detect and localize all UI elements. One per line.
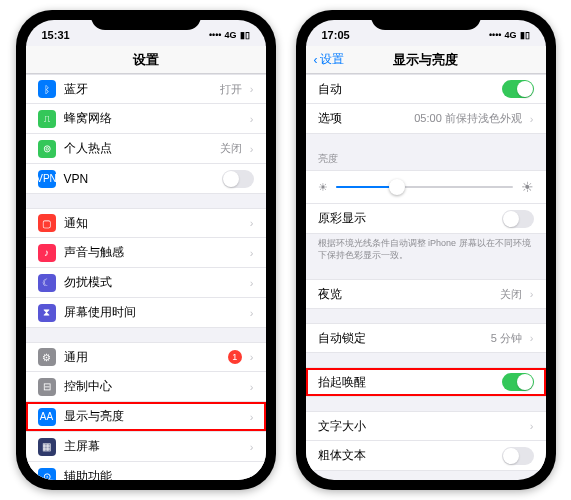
settings-cell-dnd[interactable]: ☾勿扰模式› bbox=[26, 268, 266, 298]
nav-title: 设置 bbox=[133, 51, 159, 69]
cell-value: 关闭 bbox=[500, 287, 522, 302]
toggle[interactable] bbox=[502, 373, 534, 391]
brightness-slider[interactable] bbox=[336, 186, 513, 188]
cell-label: 显示与亮度 bbox=[64, 408, 242, 425]
nav-bar: ‹ 设置 显示与亮度 bbox=[306, 46, 546, 74]
notification-icon: ▢ bbox=[38, 214, 56, 232]
chevron-right-icon: › bbox=[250, 143, 254, 155]
settings-group: ᛒ蓝牙打开›⎍蜂窝网络›⊚个人热点关闭›VPNVPN bbox=[26, 74, 266, 194]
settings-cell-home[interactable]: ▦主屏幕› bbox=[26, 432, 266, 462]
chevron-right-icon: › bbox=[530, 113, 534, 125]
chevron-right-icon: › bbox=[250, 217, 254, 229]
signal-icon: •••• bbox=[489, 30, 502, 40]
cell-g4-0[interactable]: 自动锁定5 分钟› bbox=[306, 323, 546, 353]
bluetooth-icon: ᛒ bbox=[38, 80, 56, 98]
settings-cell-sound[interactable]: ♪声音与触感› bbox=[26, 238, 266, 268]
brightness-header: 亮度 bbox=[306, 148, 546, 170]
settings-cell-general[interactable]: ⚙通用1› bbox=[26, 342, 266, 372]
cell-label: 自动 bbox=[318, 81, 494, 98]
chevron-right-icon: › bbox=[250, 83, 254, 95]
cell-label: 勿扰模式 bbox=[64, 274, 242, 291]
cell-label: 个人热点 bbox=[64, 140, 212, 157]
settings-cell-display[interactable]: AA显示与亮度› bbox=[26, 402, 266, 432]
cell-value: 关闭 bbox=[220, 141, 242, 156]
phone-right: 17:05 •••• 4G ▮▯ ‹ 设置 显示与亮度 自动选项05:00 前保… bbox=[296, 10, 556, 490]
cell-label: 控制中心 bbox=[64, 378, 242, 395]
cell-label: 自动锁定 bbox=[318, 330, 483, 347]
truetone-footer: 根据环境光线条件自动调整 iPhone 屏幕以在不同环境下保持色彩显示一致。 bbox=[306, 234, 546, 265]
sun-large-icon: ☀︎ bbox=[521, 179, 534, 195]
network-label: 4G bbox=[224, 30, 236, 40]
cell-g5-0[interactable]: 抬起唤醒 bbox=[306, 367, 546, 397]
status-time: 17:05 bbox=[322, 29, 350, 41]
settings-cell-bluetooth[interactable]: ᛒ蓝牙打开› bbox=[26, 74, 266, 104]
group-brightness: 亮度 ☀︎ ☀︎ 原彩显示根据环境光线条件自动调整 iPhone 屏幕以在不同环… bbox=[306, 148, 546, 265]
notch bbox=[371, 10, 481, 30]
chevron-right-icon: › bbox=[250, 441, 254, 453]
settings-cell-cellular[interactable]: ⎍蜂窝网络› bbox=[26, 104, 266, 134]
chevron-right-icon: › bbox=[530, 420, 534, 432]
group-autolock: 自动锁定5 分钟› bbox=[306, 323, 546, 353]
back-label: 设置 bbox=[320, 51, 344, 68]
cell-label: 声音与触感 bbox=[64, 244, 242, 261]
settings-cell-notification[interactable]: ▢通知› bbox=[26, 208, 266, 238]
screen-right: 17:05 •••• 4G ▮▯ ‹ 设置 显示与亮度 自动选项05:00 前保… bbox=[306, 20, 546, 480]
toggle[interactable] bbox=[222, 170, 254, 188]
cell-label: 选项 bbox=[318, 110, 407, 127]
cell-label: 主屏幕 bbox=[64, 438, 242, 455]
status-indicators: •••• 4G ▮▯ bbox=[209, 30, 250, 40]
badge: 1 bbox=[228, 350, 242, 364]
cell-g6-0[interactable]: 文字大小› bbox=[306, 411, 546, 441]
cell-label: 通知 bbox=[64, 215, 242, 232]
settings-cell-accessibility[interactable]: ⊙辅助功能› bbox=[26, 462, 266, 480]
vpn-icon: VPN bbox=[38, 170, 56, 188]
chevron-right-icon: › bbox=[250, 351, 254, 363]
group-nightshift: 夜览关闭› bbox=[306, 279, 546, 309]
settings-group: ▢通知›♪声音与触感›☾勿扰模式›⧗屏幕使用时间› bbox=[26, 208, 266, 328]
chevron-right-icon: › bbox=[250, 113, 254, 125]
chevron-right-icon: › bbox=[530, 288, 534, 300]
cell-g1-0[interactable]: 自动 bbox=[306, 74, 546, 104]
display-brightness-list[interactable]: 自动选项05:00 前保持浅色外观›亮度 ☀︎ ☀︎ 原彩显示根据环境光线条件自… bbox=[306, 74, 546, 480]
cell-label: 抬起唤醒 bbox=[318, 374, 494, 391]
toggle[interactable] bbox=[502, 80, 534, 98]
cell-label: 辅助功能 bbox=[64, 468, 242, 480]
group-text: 文字大小›粗体文本 bbox=[306, 411, 546, 471]
cellular-icon: ⎍ bbox=[38, 110, 56, 128]
settings-cell-screentime[interactable]: ⧗屏幕使用时间› bbox=[26, 298, 266, 328]
group-appearance: 自动选项05:00 前保持浅色外观› bbox=[306, 74, 546, 134]
cell-label: 夜览 bbox=[318, 286, 492, 303]
dnd-icon: ☾ bbox=[38, 274, 56, 292]
general-icon: ⚙ bbox=[38, 348, 56, 366]
cell-label: 粗体文本 bbox=[318, 447, 494, 464]
settings-group: ⚙通用1›⊟控制中心›AA显示与亮度›▦主屏幕›⊙辅助功能›❀墙纸›◉Siri … bbox=[26, 342, 266, 480]
toggle[interactable] bbox=[502, 447, 534, 465]
toggle[interactable] bbox=[502, 210, 534, 228]
settings-cell-control[interactable]: ⊟控制中心› bbox=[26, 372, 266, 402]
sound-icon: ♪ bbox=[38, 244, 56, 262]
cell-label: 蓝牙 bbox=[64, 81, 212, 98]
chevron-right-icon: › bbox=[250, 307, 254, 319]
settings-cell-vpn[interactable]: VPNVPN bbox=[26, 164, 266, 194]
notch bbox=[91, 10, 201, 30]
back-button[interactable]: ‹ 设置 bbox=[314, 51, 344, 68]
cell-value: 5 分钟 bbox=[491, 331, 522, 346]
battery-icon: ▮▯ bbox=[240, 30, 250, 40]
chevron-right-icon: › bbox=[250, 247, 254, 259]
display-icon: AA bbox=[38, 408, 56, 426]
phone-left: 15:31 •••• 4G ▮▯ 设置 ᛒ蓝牙打开›⎍蜂窝网络›⊚个人热点关闭›… bbox=[16, 10, 276, 490]
cell-label: 文字大小 bbox=[318, 418, 522, 435]
cell-g6-1[interactable]: 粗体文本 bbox=[306, 441, 546, 471]
cell-label: 蜂窝网络 bbox=[64, 110, 242, 127]
cell-g3-0[interactable]: 夜览关闭› bbox=[306, 279, 546, 309]
battery-icon: ▮▯ bbox=[520, 30, 530, 40]
cell-label: 原彩显示 bbox=[318, 210, 494, 227]
group-raise: 抬起唤醒 bbox=[306, 367, 546, 397]
settings-list[interactable]: ᛒ蓝牙打开›⎍蜂窝网络›⊚个人热点关闭›VPNVPN▢通知›♪声音与触感›☾勿扰… bbox=[26, 74, 266, 480]
cell-g2-0[interactable]: 原彩显示 bbox=[306, 204, 546, 234]
control-icon: ⊟ bbox=[38, 378, 56, 396]
cell-g1-1[interactable]: 选项05:00 前保持浅色外观› bbox=[306, 104, 546, 134]
settings-cell-hotspot[interactable]: ⊚个人热点关闭› bbox=[26, 134, 266, 164]
status-indicators: •••• 4G ▮▯ bbox=[489, 30, 530, 40]
cell-label: 屏幕使用时间 bbox=[64, 304, 242, 321]
